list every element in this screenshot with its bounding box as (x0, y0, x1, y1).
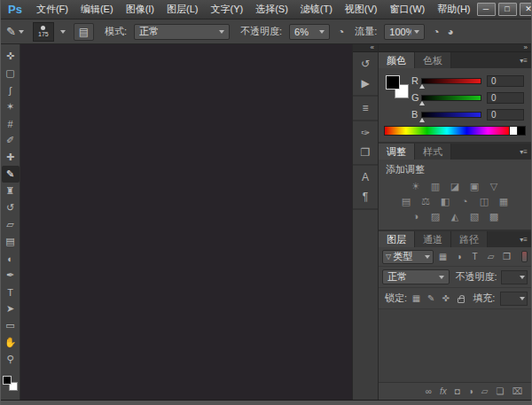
move-tool[interactable]: ✜ (2, 48, 20, 65)
threshold-icon[interactable]: ◭ (449, 210, 462, 222)
black-white-icon[interactable]: ◧ (439, 195, 452, 207)
airbrush-toggle-icon[interactable]: ◔ (433, 26, 439, 38)
new-layer-icon[interactable]: ❏ (497, 386, 505, 396)
new-group-icon[interactable]: ▱ (481, 386, 489, 396)
eraser-tool[interactable]: ▱ (2, 216, 20, 233)
foreground-background-swatches[interactable] (3, 376, 18, 391)
menu-select[interactable]: 选择(S) (249, 3, 294, 16)
layer-opacity-input[interactable] (501, 270, 528, 284)
toggle-brush-panel-button[interactable]: ▤ (74, 23, 94, 41)
zoom-tool[interactable]: ⚲ (2, 351, 20, 368)
slider-thumb[interactable] (419, 118, 425, 122)
panel-menu-icon[interactable]: ▾≡ (516, 231, 531, 247)
channel-mixer-icon[interactable]: ◫ (478, 195, 491, 207)
actions-panel-icon[interactable]: ▶ (353, 74, 378, 93)
history-brush-tool[interactable]: ↺ (2, 199, 20, 216)
menu-type[interactable]: 文字(Y) (204, 3, 249, 16)
pen-tool[interactable]: ✒ (2, 267, 20, 284)
tool-preset-picker[interactable]: ✎ (6, 25, 24, 38)
tab-paths[interactable]: 路径 (451, 231, 488, 247)
new-adjustment-layer-icon[interactable]: ◑ (468, 386, 473, 396)
filter-pixel-layers-icon[interactable]: ▦ (436, 250, 450, 263)
tab-layers[interactable]: 图层 (379, 231, 415, 247)
tab-swatches[interactable]: 色板 (415, 52, 451, 68)
curves-icon[interactable]: ◪ (449, 180, 462, 192)
magic-wand-tool[interactable]: ✶ (2, 98, 20, 115)
foreground-color-swatch[interactable] (3, 376, 12, 385)
menu-view[interactable]: 视图(V) (339, 3, 384, 16)
lock-transparent-pixels-icon[interactable]: ▦ (411, 292, 422, 305)
menu-filter[interactable]: 滤镜(T) (294, 3, 339, 16)
delete-layer-icon[interactable]: ⌧ (512, 386, 522, 396)
expand-panels-button[interactable]: « (353, 44, 378, 52)
selective-color-icon[interactable]: ▩ (488, 210, 501, 222)
blue-value-input[interactable]: 0 (487, 109, 524, 121)
filter-smart-objects-icon[interactable]: ❐ (500, 250, 513, 263)
properties-panel-icon[interactable]: ≡ (353, 98, 378, 118)
filter-shape-layers-icon[interactable]: ▱ (484, 250, 497, 263)
tab-styles[interactable]: 样式 (415, 144, 451, 160)
layer-fill-input[interactable] (500, 292, 528, 306)
collapse-panels-button[interactable]: » (379, 44, 531, 52)
brush-tool[interactable]: ✎ (2, 166, 20, 183)
character-panel-icon[interactable]: A (353, 167, 378, 187)
menu-help[interactable]: 帮助(H) (431, 3, 476, 16)
lasso-tool[interactable]: ʃ (2, 82, 20, 98)
layer-blend-mode-select[interactable]: 正常 (382, 269, 450, 284)
posterize-icon[interactable]: ▨ (429, 210, 442, 222)
blend-mode-select[interactable]: 正常 (134, 24, 230, 40)
spectrum-white-swatch[interactable] (510, 126, 518, 136)
hue-saturation-icon[interactable]: ▤ (400, 195, 413, 207)
maximize-button[interactable]: □ (498, 3, 517, 16)
tab-color[interactable]: 颜色 (379, 52, 415, 68)
panel-menu-icon[interactable]: ▾≡ (516, 144, 531, 160)
menu-file[interactable]: 文件(F) (30, 3, 74, 16)
gradient-map-icon[interactable]: ▧ (468, 210, 481, 222)
healing-brush-tool[interactable]: ✚ (2, 149, 20, 166)
slider-thumb[interactable] (419, 84, 425, 89)
lock-position-icon[interactable]: ✜ (441, 292, 452, 305)
close-button[interactable]: ✕ (520, 3, 532, 16)
menu-edit[interactable]: 编辑(E) (74, 3, 120, 16)
lock-image-pixels-icon[interactable]: ✎ (426, 292, 437, 305)
green-slider[interactable] (421, 95, 481, 101)
lock-all-icon[interactable] (455, 292, 466, 305)
color-spectrum-ramp[interactable] (384, 126, 510, 136)
add-layer-mask-icon[interactable]: ◘ (455, 386, 460, 396)
crop-tool[interactable]: # (2, 115, 20, 132)
eyedropper-tool[interactable]: ✐ (2, 132, 20, 149)
photo-filter-icon[interactable]: ◔ (458, 195, 472, 207)
pressure-size-icon[interactable]: ◕ (448, 26, 454, 38)
slider-thumb[interactable] (419, 101, 425, 105)
history-panel-icon[interactable]: ↺ (353, 54, 378, 74)
brush-preset-picker[interactable]: 175 (33, 22, 54, 42)
flow-input[interactable]: 100% (384, 24, 425, 40)
vibrance-icon[interactable]: ▽ (488, 180, 501, 192)
menu-window[interactable]: 窗口(W) (384, 3, 432, 16)
dodge-tool[interactable]: ◐ (2, 250, 20, 267)
tab-adjustments[interactable]: 调整 (379, 144, 415, 160)
color-balance-icon[interactable]: ⚖ (419, 195, 433, 207)
brush-preset-chevron-icon[interactable] (60, 30, 66, 34)
layers-list[interactable] (379, 309, 531, 382)
type-tool[interactable]: T (2, 284, 20, 300)
rectangular-marquee-tool[interactable]: ▢ (2, 65, 20, 82)
tab-channels[interactable]: 通道 (415, 231, 451, 247)
panel-menu-icon[interactable]: ▾≡ (516, 52, 531, 68)
menu-layer[interactable]: 图层(L) (160, 3, 204, 16)
filter-adjustment-layers-icon[interactable]: ◑ (452, 250, 466, 263)
hand-tool[interactable]: ✋ (2, 334, 20, 351)
paragraph-panel-icon[interactable]: ¶ (353, 187, 378, 206)
link-layers-icon[interactable]: ∞ (426, 386, 432, 396)
red-slider[interactable] (421, 78, 481, 84)
opacity-input[interactable]: 6% (289, 24, 330, 40)
menu-image[interactable]: 图像(I) (120, 3, 160, 16)
layer-filtering-toggle[interactable] (521, 251, 528, 262)
rectangle-tool[interactable]: ▭ (2, 317, 20, 334)
foreground-color-swatch[interactable] (386, 75, 400, 90)
levels-icon[interactable]: ▥ (429, 180, 442, 192)
clone-stamp-tool[interactable]: ♜ (2, 183, 20, 199)
red-value-input[interactable]: 0 (487, 75, 524, 87)
color-lookup-icon[interactable]: ▦ (497, 195, 511, 207)
filter-type-layers-icon[interactable]: T (468, 250, 481, 263)
